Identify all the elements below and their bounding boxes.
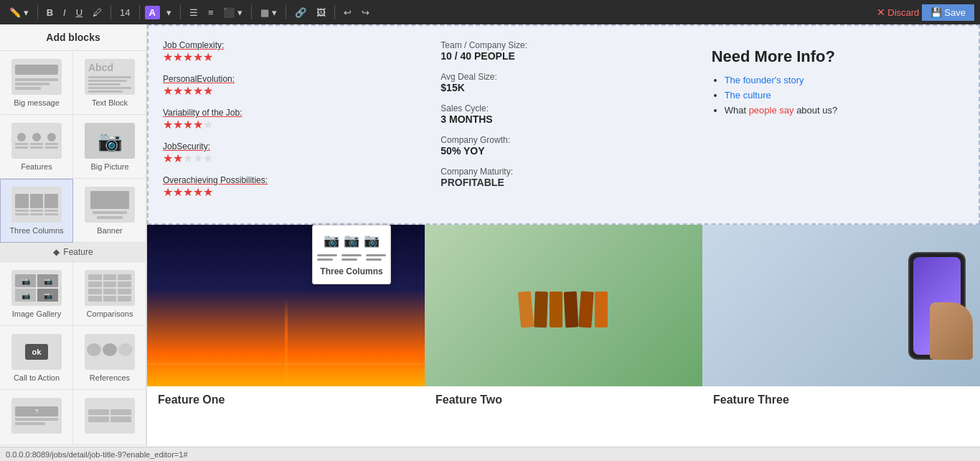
undo-button[interactable]: ↩ bbox=[340, 6, 355, 19]
overachieving-label: Overachieving Possibilities: bbox=[163, 175, 419, 185]
sidebar-item-three-columns[interactable]: Three Columns bbox=[0, 179, 73, 243]
tooltip-label: Three Columns bbox=[320, 266, 383, 276]
sales-cycle-value: 3 MONTHS bbox=[440, 113, 686, 125]
sidebar-item-misc1[interactable]: ? bbox=[0, 390, 73, 445]
sidebar-item-text-block[interactable]: Abcd Text Block bbox=[73, 51, 146, 115]
toolbar-separator-4 bbox=[180, 5, 181, 19]
people-say-text-after: about us? bbox=[794, 105, 838, 116]
toolbar-separator bbox=[37, 5, 38, 19]
overachieving-row: Overachieving Possibilities: ★★★★★ bbox=[163, 175, 419, 199]
toolbar-separator-3 bbox=[139, 5, 140, 19]
sidebar-item-banner[interactable]: Banner bbox=[73, 179, 146, 243]
feature-three-column: Feature Three bbox=[702, 225, 980, 414]
company-growth-label: Company Growth: bbox=[440, 135, 686, 145]
feature-two-image bbox=[425, 225, 702, 386]
save-button[interactable]: 💾 Save bbox=[922, 4, 974, 21]
text-block-label: Text Block bbox=[92, 98, 128, 107]
info-section: Job Complexity: ★★★★★ PersonalEvolution:… bbox=[147, 24, 980, 225]
sidebar-item-misc2[interactable] bbox=[73, 390, 146, 445]
personal-evolution-label: PersonalEvolution: bbox=[163, 74, 419, 84]
sidebar-item-big-message[interactable]: Big message bbox=[0, 51, 73, 115]
block-grid: Big message Abcd bbox=[0, 51, 146, 445]
company-maturity-row: Company Maturity: PROFITABLE bbox=[440, 167, 686, 188]
main-layout: Add blocks Big message bbox=[0, 24, 980, 461]
x-icon: ✕ bbox=[877, 6, 885, 18]
team-size-value: 10 / 40 PEOPLE bbox=[440, 50, 686, 62]
unordered-list-button[interactable]: ☰ bbox=[186, 6, 202, 19]
job-complexity-row: Job Complexity: ★★★★★ bbox=[163, 40, 419, 64]
camera-icon: 📷 bbox=[98, 129, 123, 153]
call-to-action-label: Call to Action bbox=[14, 373, 60, 382]
sidebar-item-big-picture[interactable]: 📷 Big Picture bbox=[73, 115, 146, 179]
three-columns-label: Three Columns bbox=[9, 226, 63, 235]
discard-button[interactable]: ✕ Discard bbox=[877, 6, 919, 18]
tooltip-line-group-1 bbox=[317, 254, 337, 261]
avg-deal-value: $15K bbox=[440, 82, 686, 93]
people-say-link[interactable]: people say bbox=[749, 105, 794, 116]
need-more-info-heading: Need More Info? bbox=[712, 47, 950, 66]
references-icon bbox=[85, 334, 135, 370]
table-button[interactable]: ▦ ▾ bbox=[257, 6, 281, 19]
sidebar-item-image-gallery[interactable]: 📷 📷 📷 📷 Image Gallery bbox=[0, 262, 73, 326]
big-message-label: Big message bbox=[14, 98, 60, 107]
info-col-1: Job Complexity: ★★★★★ PersonalEvolution:… bbox=[163, 40, 430, 209]
font-size-button[interactable]: 14 bbox=[116, 6, 133, 19]
sidebar-item-features[interactable]: Features bbox=[0, 115, 73, 179]
overachieving-stars: ★★★★★ bbox=[163, 185, 419, 199]
company-growth-value: 50% YOY bbox=[440, 145, 686, 157]
feature-one-title: Feature One bbox=[147, 386, 425, 414]
founders-story-item: The founder's story bbox=[725, 75, 950, 85]
clothes-rack bbox=[519, 284, 608, 327]
redo-button[interactable]: ↪ bbox=[358, 6, 373, 19]
sidebar-item-call-to-action[interactable]: ok Call to Action bbox=[0, 326, 73, 390]
banner-icon bbox=[85, 187, 135, 223]
company-growth-row: Company Growth: 50% YOY bbox=[440, 135, 686, 157]
comparisons-label: Comparisons bbox=[87, 309, 133, 318]
diamond-icon: ◆ bbox=[53, 247, 60, 257]
link-button[interactable]: 🔗 bbox=[291, 6, 310, 19]
avg-deal-label: Avg Deal Size: bbox=[440, 72, 686, 82]
sales-cycle-label: Sales Cycle: bbox=[440, 103, 686, 113]
pencil-tool-button[interactable]: ✏️ ▾ bbox=[6, 6, 32, 19]
team-size-row: Team / Company Size: 10 / 40 PEOPLE bbox=[440, 40, 686, 62]
italic-button[interactable]: I bbox=[60, 6, 70, 19]
three-columns-section: 📷 📷 📷 bbox=[147, 225, 980, 414]
big-message-icon bbox=[11, 59, 62, 95]
text-color-dropdown[interactable]: ▾ bbox=[163, 6, 175, 19]
toolbar-right: ✕ Discard 💾 Save bbox=[877, 4, 974, 21]
tooltip-line-group-2 bbox=[341, 254, 362, 261]
people-say-item: What people say about us? bbox=[725, 105, 950, 116]
text-block-icon: Abcd bbox=[85, 59, 135, 95]
company-maturity-label: Company Maturity: bbox=[440, 167, 686, 177]
the-culture-link[interactable]: The culture bbox=[725, 90, 771, 101]
rocket-glow bbox=[285, 300, 288, 386]
personal-evolution-stars: ★★★★★ bbox=[163, 84, 419, 98]
camera-icon-3: 📷 bbox=[364, 233, 380, 248]
founders-story-link[interactable]: The founder's story bbox=[725, 75, 804, 85]
image-gallery-label: Image Gallery bbox=[12, 309, 61, 318]
image-gallery-icon: 📷 📷 📷 📷 bbox=[11, 270, 62, 306]
misc2-icon bbox=[85, 398, 135, 434]
tooltip-icons: 📷 📷 📷 bbox=[320, 233, 383, 248]
image-button[interactable]: 🖼 bbox=[313, 6, 329, 19]
info-col-2: Team / Company Size: 10 / 40 PEOPLE Avg … bbox=[430, 40, 697, 209]
bold-button[interactable]: B bbox=[43, 6, 57, 19]
highlight-color-button[interactable]: 🖊 bbox=[89, 6, 105, 19]
variability-stars: ★★★★★ bbox=[163, 118, 419, 131]
align-button[interactable]: ⬛ ▾ bbox=[220, 6, 246, 19]
company-maturity-value: PROFITABLE bbox=[440, 177, 686, 188]
text-color-highlight[interactable]: A bbox=[145, 6, 160, 19]
sidebar-item-comparisons[interactable]: Comparisons bbox=[73, 262, 146, 326]
sidebar-item-references[interactable]: References bbox=[73, 326, 146, 390]
info-col-3: Need More Info? The founder's story The … bbox=[697, 40, 964, 209]
underline-button[interactable]: U bbox=[72, 6, 86, 19]
sidebar: Add blocks Big message bbox=[0, 24, 147, 461]
references-label: References bbox=[90, 373, 130, 382]
toolbar-separator-2 bbox=[110, 5, 111, 19]
feature-section-header: ◆ Feature bbox=[0, 243, 146, 262]
job-complexity-label: Job Complexity: bbox=[163, 40, 419, 50]
banner-label: Banner bbox=[97, 226, 122, 235]
ordered-list-button[interactable]: ≡ bbox=[204, 6, 217, 19]
variability-row: Variability of the Job: ★★★★★ bbox=[163, 108, 419, 131]
toolbar-separator-6 bbox=[286, 5, 286, 19]
